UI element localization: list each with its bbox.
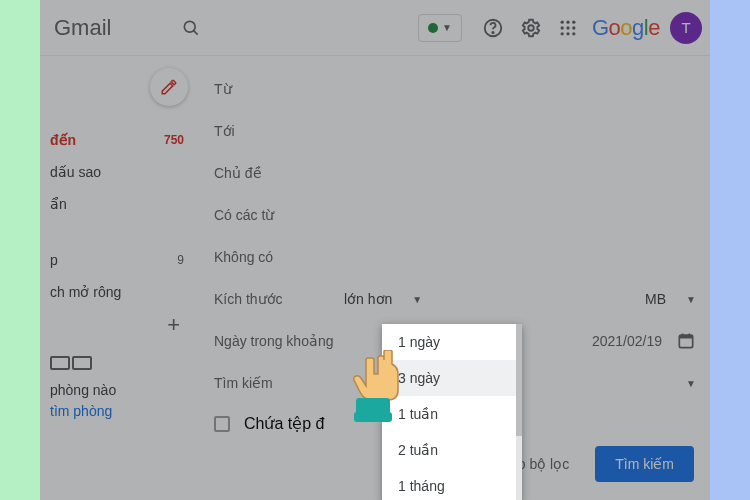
svg-point-3 <box>492 31 493 32</box>
not-have-label: Không có <box>214 249 344 265</box>
gmail-logo: Gmail <box>48 15 111 41</box>
inbox-label: đến <box>50 132 76 148</box>
apps-grid-icon[interactable] <box>558 18 578 38</box>
svg-line-1 <box>194 30 198 34</box>
svg-point-7 <box>572 20 575 23</box>
add-label-button[interactable]: + <box>40 312 200 338</box>
meet-icon <box>40 356 200 370</box>
search-icon[interactable] <box>181 18 201 38</box>
pointer-hand-icon <box>340 350 412 432</box>
sidebar-item-starred[interactable]: dấu sao <box>40 156 200 188</box>
google-logo: Google <box>592 15 660 41</box>
chevron-down-icon: ▼ <box>686 294 696 305</box>
svg-point-4 <box>528 25 534 31</box>
svg-rect-19 <box>354 412 392 422</box>
rooms-text: phòng nào <box>50 380 200 401</box>
svg-point-6 <box>566 20 569 23</box>
search-button[interactable]: Tìm kiếm <box>595 446 694 482</box>
status-dot-icon <box>428 23 438 33</box>
sidebar: đến 750 dấu sao ẩn p 9 ch mở rông + phòn… <box>40 56 200 500</box>
chevron-down-icon[interactable]: ▼ <box>686 378 696 389</box>
date-value[interactable]: 2021/02/19 <box>592 333 662 349</box>
compose-button[interactable] <box>150 68 188 106</box>
presence-indicator[interactable]: ▼ <box>418 14 462 42</box>
search-in-label: Tìm kiếm <box>214 375 344 391</box>
size-operator-select[interactable]: lớn hơn ▼ <box>344 291 422 307</box>
size-label: Kích thước <box>214 291 344 307</box>
find-room-link[interactable]: tìm phòng <box>50 401 200 422</box>
chevron-down-icon: ▼ <box>442 22 452 33</box>
from-label: Từ <box>214 81 344 97</box>
dropdown-option-2week[interactable]: 2 tuần <box>382 432 522 468</box>
dropdown-option-1month[interactable]: 1 tháng <box>382 468 522 500</box>
has-attachment-checkbox[interactable] <box>214 416 230 432</box>
sidebar-item-snoozed[interactable]: ẩn <box>40 188 200 220</box>
svg-point-8 <box>560 26 563 29</box>
svg-rect-18 <box>356 398 390 414</box>
svg-rect-15 <box>679 335 692 338</box>
account-avatar[interactable]: T <box>670 12 702 44</box>
chevron-down-icon: ▼ <box>412 294 422 305</box>
svg-point-11 <box>560 32 563 35</box>
to-label: Tới <box>214 123 344 139</box>
svg-point-12 <box>566 32 569 35</box>
subject-label: Chủ đề <box>214 165 344 181</box>
calendar-icon[interactable] <box>676 331 696 351</box>
inbox-count: 750 <box>164 133 184 147</box>
settings-icon[interactable] <box>520 17 542 39</box>
svg-point-9 <box>566 26 569 29</box>
has-attachment-label: Chứa tệp đ <box>244 414 324 433</box>
size-unit-select[interactable]: MB ▼ <box>645 291 696 307</box>
svg-point-0 <box>185 21 196 32</box>
svg-point-13 <box>572 32 575 35</box>
svg-point-10 <box>572 26 575 29</box>
sidebar-item-inbox[interactable]: đến 750 <box>40 124 200 156</box>
help-icon[interactable] <box>482 17 504 39</box>
header: Gmail ▼ Google T <box>40 0 710 56</box>
date-range-label: Ngày trong khoảng <box>214 333 344 349</box>
svg-point-5 <box>560 20 563 23</box>
sidebar-item-more[interactable]: ch mở rông <box>40 276 200 308</box>
sidebar-item-sent[interactable]: p 9 <box>40 244 200 276</box>
has-words-label: Có các từ <box>214 207 344 223</box>
